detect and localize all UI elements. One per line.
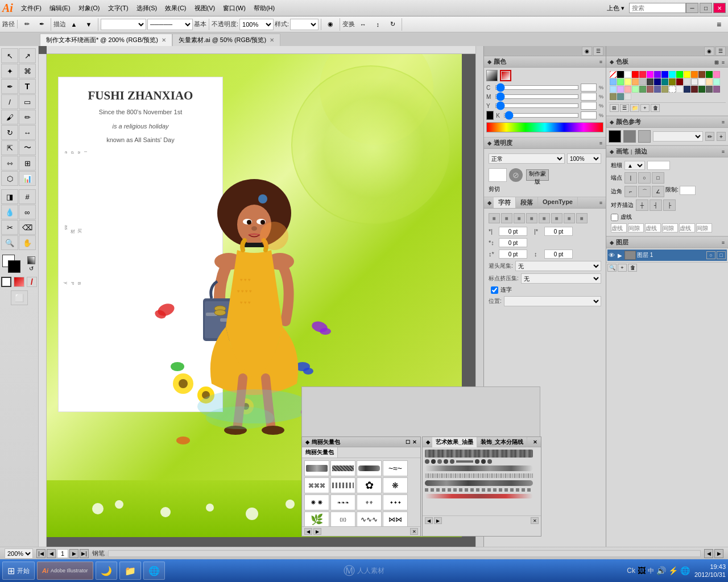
maximize-button[interactable]: □: [700, 3, 712, 13]
tray-icon-6[interactable]: 🌐: [680, 566, 690, 575]
indent-left-input[interactable]: [499, 227, 527, 236]
stroke-tab-label[interactable]: 描边: [635, 147, 647, 156]
brush-4[interactable]: ~≈~: [383, 460, 408, 476]
brushes-delete-btn[interactable]: ✕: [410, 528, 418, 535]
art-prev[interactable]: ◀: [425, 517, 433, 524]
reflect-tool[interactable]: ↔: [19, 125, 36, 140]
menu-object[interactable]: 对象(O): [75, 3, 104, 14]
menu-help[interactable]: 帮助(H): [250, 3, 278, 14]
punctuation-select[interactable]: 无: [521, 273, 601, 284]
brush-16[interactable]: ⋈⋈: [383, 512, 408, 526]
hand-tool[interactable]: ✋: [19, 235, 36, 250]
swatch-brown[interactable]: [698, 71, 705, 78]
ref-swatch-gray[interactable]: [623, 130, 636, 143]
layer-lock-btn-1[interactable]: □: [717, 251, 726, 259]
stroke-panel-header[interactable]: ◆ 画笔 | 描边 ≡: [606, 146, 728, 157]
swap-colors[interactable]: [27, 256, 35, 264]
stroke-up-btn[interactable]: ▲: [67, 18, 81, 31]
art-tab-1[interactable]: 艺术效果_油墨: [432, 437, 477, 447]
swatch-lime[interactable]: [617, 78, 624, 85]
search-input[interactable]: [629, 3, 686, 13]
swatch-maroon[interactable]: [676, 78, 683, 85]
dash-input-1[interactable]: [611, 223, 627, 232]
art-brush-3[interactable]: [425, 465, 533, 471]
m-slider[interactable]: [495, 94, 578, 99]
swatches-panel-header[interactable]: ◆ 色板 ⊞ ≡: [606, 56, 728, 68]
swatches-new-swatch[interactable]: +: [640, 104, 650, 112]
opacity-select[interactable]: 100%: [239, 19, 274, 30]
color-ref-harmony-select[interactable]: [653, 131, 703, 142]
fr-panel-expand[interactable]: ◉: [704, 47, 714, 56]
art-brush-1[interactable]: [425, 450, 533, 458]
corner-round-btn[interactable]: ⌒: [638, 186, 651, 197]
zoom-tool[interactable]: 🔍: [1, 235, 18, 250]
art-tab-2[interactable]: 装饰_文本分隔线: [477, 437, 528, 447]
swatch-pattern1[interactable]: [684, 78, 690, 85]
swatch-teal[interactable]: [661, 78, 668, 85]
browser-taskbar-btn[interactable]: 🌙: [96, 562, 117, 580]
view-btn-2[interactable]: ▶: [714, 549, 723, 558]
stroke-panel-menu[interactable]: ≡: [722, 149, 725, 155]
swatch-r4-6[interactable]: [610, 93, 617, 100]
align-justify5-btn[interactable]: ≡: [576, 213, 588, 223]
swatch-r4-8[interactable]: [624, 93, 631, 100]
fr-panel-settings[interactable]: ☰: [715, 47, 726, 56]
gap-input-3[interactable]: [696, 223, 712, 232]
line-tool[interactable]: /: [1, 94, 18, 109]
brush-15[interactable]: ∿∿∿: [357, 512, 382, 526]
space-before-input[interactable]: [499, 238, 527, 247]
swatches-new-group[interactable]: ⊞: [610, 104, 619, 112]
scissors-tool[interactable]: ✂: [1, 220, 18, 235]
color-panel-header[interactable]: ◆ 颜色 ≡: [484, 56, 606, 68]
brush-1[interactable]: [304, 460, 329, 476]
brush-6[interactable]: [330, 477, 355, 493]
gradient-tool[interactable]: ◨: [1, 189, 18, 204]
align-justify2-btn[interactable]: ≡: [539, 213, 550, 223]
opacity-select[interactable]: 100%: [567, 153, 601, 164]
color-spectrum[interactable]: [486, 122, 603, 132]
rgb-mode-icon[interactable]: [500, 70, 511, 81]
avoid-head-select[interactable]: 无: [515, 261, 601, 271]
swatch-lightblue[interactable]: [610, 78, 617, 85]
stroke-color[interactable]: [8, 260, 20, 273]
char-tab-character[interactable]: 字符: [494, 197, 516, 208]
menu-text[interactable]: 文字(T): [105, 3, 132, 14]
page-first-btn[interactable]: |◀: [36, 549, 46, 558]
swatches-folder[interactable]: 📁: [630, 104, 639, 112]
swatch-r3-11[interactable]: [669, 86, 676, 93]
menu-view[interactable]: 视图(V): [191, 3, 219, 14]
swatch-r4-7[interactable]: [617, 93, 624, 100]
blend-tool[interactable]: ∞: [19, 205, 36, 219]
tray-icon-5[interactable]: ⚡: [668, 566, 678, 575]
blend-mode-select[interactable]: 正常: [489, 153, 565, 164]
tab-second[interactable]: 矢量素材.ai @ 50% (RGB/预览) ✕: [172, 34, 280, 46]
mesh-tool[interactable]: #: [19, 189, 36, 204]
swatch-r4-5[interactable]: [713, 86, 720, 93]
layer-item-1[interactable]: 👁 ▶ 图层 1 ○ □: [607, 250, 727, 261]
view-btn-1[interactable]: ◀: [704, 549, 713, 558]
dash-input-2[interactable]: [645, 223, 661, 232]
brush-11[interactable]: ⚜⚜: [357, 494, 382, 510]
menu-select[interactable]: 选择(S): [133, 3, 161, 14]
stroke-weight-input[interactable]: [647, 161, 670, 170]
y-slider[interactable]: [495, 103, 578, 108]
k-value[interactable]: [581, 111, 597, 119]
tray-icon-3[interactable]: 中: [648, 567, 654, 575]
folder-taskbar-btn[interactable]: 📁: [119, 562, 141, 580]
color-ref-menu[interactable]: ≡: [722, 119, 725, 125]
leading-input[interactable]: [499, 250, 527, 259]
swatch-pattern2[interactable]: [691, 78, 698, 85]
globe-taskbar-btn[interactable]: 🌐: [143, 562, 165, 580]
gap-input-2[interactable]: [662, 223, 678, 232]
indent-right-input[interactable]: [544, 227, 573, 236]
pen-tool2-btn[interactable]: ✒: [35, 18, 48, 31]
swatch-r3-4[interactable]: [617, 86, 624, 93]
dash-checkbox[interactable]: [611, 214, 618, 221]
char-tab-paragraph[interactable]: 段落: [516, 197, 538, 208]
brush-tab-1[interactable]: 绚丽矢量包: [302, 447, 338, 458]
graph-tool[interactable]: 📊: [19, 171, 36, 186]
layer-vis-btn-1[interactable]: ○: [706, 251, 715, 259]
swatch-r3-2[interactable]: [713, 78, 720, 85]
free-transform-tool[interactable]: ⊞: [19, 156, 36, 171]
swatch-red2[interactable]: [639, 71, 646, 78]
